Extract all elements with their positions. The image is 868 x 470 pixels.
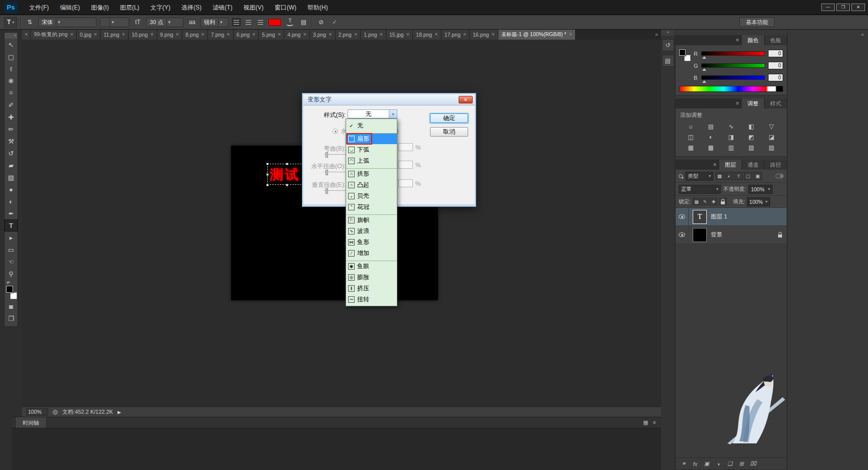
lock-transparent-icon[interactable]: ▩: [693, 198, 700, 205]
tab-timeline[interactable]: 时间轴: [15, 417, 47, 428]
transform-handle[interactable]: [266, 173, 269, 176]
document-tab[interactable]: 5.png: [259, 29, 284, 40]
filter-type-icon[interactable]: T: [734, 172, 743, 180]
expand-panels-icon[interactable]: «: [661, 29, 675, 36]
dialog-titlebar[interactable]: 变形文字 ✕: [303, 94, 475, 105]
levels-icon[interactable]: ▤: [701, 121, 721, 132]
blur-tool[interactable]: ●: [5, 183, 18, 195]
tab-close-icon[interactable]: [406, 32, 409, 37]
warp-text-button[interactable]: T: [285, 17, 295, 27]
tab-close-icon[interactable]: [278, 32, 281, 37]
channel-slider[interactable]: [701, 63, 765, 68]
layer-thumbnail[interactable]: T: [693, 210, 707, 224]
font-style-select[interactable]: [100, 18, 129, 27]
document-tab[interactable]: 6.png: [234, 29, 259, 40]
lock-all-icon[interactable]: [719, 198, 727, 205]
exposure-icon[interactable]: ◧: [741, 121, 762, 132]
bend-value-field[interactable]: [398, 143, 413, 151]
align-right-button[interactable]: [256, 18, 265, 26]
menubar-item[interactable]: 帮助(H): [302, 0, 334, 15]
transform-handle[interactable]: [286, 184, 288, 186]
panel-tab[interactable]: 颜色: [742, 35, 765, 45]
document-tab[interactable]: 未标题-1 @ 100%(RGB/8) *: [498, 29, 576, 40]
layer-filter-type-select[interactable]: 类型: [685, 172, 713, 181]
status-flyout-icon[interactable]: ▶: [118, 410, 121, 415]
document-tab[interactable]: 18.png: [413, 29, 442, 40]
font-size-select[interactable]: 30 点: [146, 18, 183, 27]
opacity-select[interactable]: 100%: [748, 185, 773, 194]
threshold-icon[interactable]: ▧: [741, 142, 762, 153]
text-selection-bounds[interactable]: [267, 164, 306, 185]
tab-close-icon[interactable]: [329, 32, 332, 37]
menubar-item[interactable]: 窗口(W): [269, 0, 302, 15]
timeline-menu-icon[interactable]: ≡: [653, 419, 656, 425]
panel-tab[interactable]: 路径: [765, 160, 787, 170]
filter-shape-icon[interactable]: ▢: [744, 172, 752, 180]
warp-option-rise[interactable]: ∕ 增加: [346, 248, 397, 259]
vibrance-icon[interactable]: ▽: [762, 121, 782, 132]
document-tab[interactable]: 9.png: [157, 29, 183, 40]
warp-option-arch[interactable]: ∩ 拱形: [346, 168, 397, 179]
quick-mask-button[interactable]: ◙: [5, 300, 18, 312]
timeline-body[interactable]: [12, 428, 661, 470]
invert-icon[interactable]: ▩: [701, 142, 721, 153]
menubar-item[interactable]: 文字(Y): [145, 0, 176, 15]
black-white-icon[interactable]: ◨: [721, 132, 741, 142]
cancel-button[interactable]: 取消: [430, 127, 468, 137]
warp-option-arc-upper[interactable]: ◠ 上弧: [346, 155, 397, 166]
document-tab[interactable]: 10.png: [129, 29, 157, 40]
healing-brush-tool[interactable]: ✚: [5, 111, 18, 123]
workspace-switcher-button[interactable]: 基本功能: [739, 17, 775, 27]
path-selection-tool[interactable]: ▸: [5, 231, 18, 244]
commit-edits-button[interactable]: ✓: [330, 17, 340, 27]
ok-button[interactable]: 确定: [430, 113, 468, 123]
visibility-toggle[interactable]: [676, 226, 689, 244]
layer-row-background[interactable]: 背景: [676, 226, 787, 244]
crop-tool[interactable]: ⌗: [5, 87, 18, 99]
channel-mixer-icon[interactable]: ◪: [762, 132, 782, 142]
warp-option-squeeze[interactable]: ≬ 挤压: [346, 283, 397, 294]
blend-mode-select[interactable]: 正常: [679, 185, 721, 194]
channel-value-field[interactable]: 0: [768, 50, 783, 57]
anti-alias-select[interactable]: 锐利: [200, 18, 229, 27]
panel-tab[interactable]: 调整: [742, 98, 765, 108]
hue-saturation-icon[interactable]: ◫: [681, 132, 701, 142]
layer-style-icon[interactable]: fx: [692, 461, 698, 467]
foreground-color-swatch[interactable]: [679, 49, 686, 56]
transform-handle[interactable]: [266, 184, 269, 186]
channel-slider[interactable]: [701, 75, 765, 80]
layer-filter-toggle[interactable]: [776, 174, 784, 178]
pen-tool[interactable]: ✒: [5, 207, 18, 219]
document-tab[interactable]: 0.jpg: [77, 29, 100, 40]
document-tab[interactable]: 4.png: [284, 29, 310, 40]
horizontal-distort-field[interactable]: [398, 161, 413, 169]
dodge-tool[interactable]: ◐: [5, 195, 18, 207]
color-lookup-icon[interactable]: ▦: [681, 142, 701, 153]
document-tab[interactable]: 15.jpg: [386, 29, 413, 40]
warp-style-select[interactable]: 无: [348, 109, 397, 119]
document-tab[interactable]: 2.png: [336, 29, 361, 40]
tab-close-icon[interactable]: [176, 32, 179, 37]
lasso-tool[interactable]: ℓ: [5, 63, 18, 75]
document-tab[interactable]: 1.png: [361, 29, 386, 40]
eyedropper-tool[interactable]: ✐: [5, 99, 18, 111]
slider-thumb-icon[interactable]: [702, 54, 706, 59]
fill-select[interactable]: 100%: [747, 197, 770, 206]
channel-value-field[interactable]: 0: [768, 74, 783, 81]
type-tool[interactable]: T: [5, 219, 18, 231]
warp-option-fisheye[interactable]: ◉ 鱼眼: [346, 261, 397, 272]
warp-option-twist[interactable]: ∾ 扭转: [346, 294, 397, 305]
color-spectrum-ramp[interactable]: [679, 86, 783, 92]
transform-handle[interactable]: [266, 163, 269, 165]
slider-thumb-icon[interactable]: [702, 66, 706, 71]
align-center-button[interactable]: [244, 18, 253, 26]
quick-selection-tool[interactable]: ❋: [5, 75, 18, 87]
tab-close-icon[interactable]: [227, 32, 230, 37]
tab-close-icon[interactable]: [569, 32, 572, 37]
clone-stamp-tool[interactable]: ⚒: [5, 135, 18, 147]
panel-tab[interactable]: 图层: [719, 160, 742, 170]
posterize-icon[interactable]: ▥: [721, 142, 741, 153]
layer-thumbnail[interactable]: [693, 228, 707, 242]
adjustment-layer-icon[interactable]: ◑: [715, 461, 721, 467]
zoom-level-field[interactable]: 100%: [26, 408, 48, 416]
